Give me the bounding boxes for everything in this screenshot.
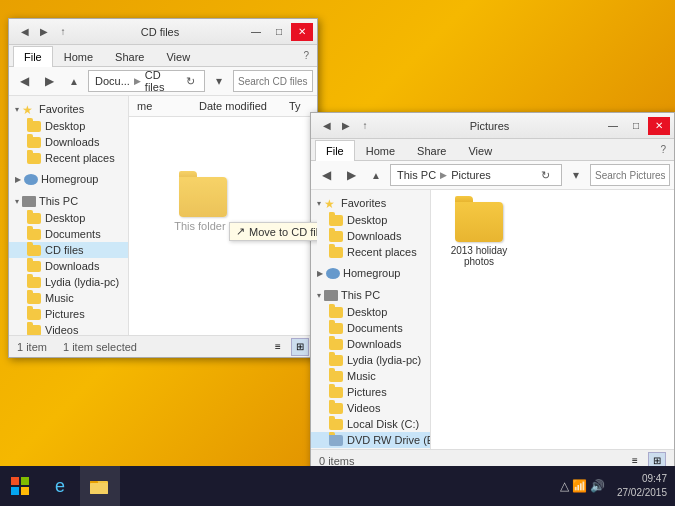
pictures-dvd-label: DVD RW Drive (E:) bbox=[347, 434, 430, 446]
lydia-label: Lydia (lydia-pc) bbox=[45, 276, 119, 288]
statusbar: 1 item 1 item selected ≡ ⊞ bbox=[9, 335, 317, 357]
pictures-sidebar-dvd[interactable]: DVD RW Drive (E:) bbox=[311, 432, 430, 448]
back-icon[interactable]: ◀ bbox=[17, 24, 33, 40]
pictures-forward-nav-button[interactable]: ▶ bbox=[340, 164, 362, 186]
tab-view[interactable]: View bbox=[155, 46, 201, 67]
homegroup-header[interactable]: ▶ Homegroup bbox=[9, 170, 128, 188]
favorites-header[interactable]: ▾ ★ Favorites bbox=[9, 100, 128, 118]
pictures-sidebar-lydia[interactable]: Lydia (lydia-pc) bbox=[311, 352, 430, 368]
ie-icon[interactable]: e bbox=[40, 466, 80, 506]
folder-item-holiday[interactable]: 2013 holiday photos bbox=[439, 198, 519, 271]
pictures-maximize-button[interactable]: □ bbox=[625, 117, 647, 135]
svg-rect-1 bbox=[21, 477, 29, 485]
videos-label: Videos bbox=[45, 324, 78, 335]
cd-files-window: ◀ ▶ ↑ CD files — □ ✕ File Home Share Vie… bbox=[8, 18, 318, 358]
pictures-documents-label: Documents bbox=[347, 322, 403, 334]
pictures-favorites-header[interactable]: ▾ ★ Favorites bbox=[311, 194, 430, 212]
maximize-button[interactable]: □ bbox=[268, 23, 290, 41]
sidebar-item-recent[interactable]: Recent places bbox=[9, 150, 128, 166]
pictures-dropdown-button[interactable]: ▾ bbox=[565, 164, 587, 186]
pictures-homegroup-header[interactable]: ▶ Homegroup bbox=[311, 264, 430, 282]
pictures-ribbon-tabs: File Home Share View ? bbox=[311, 139, 674, 161]
pictures-up-icon[interactable]: ↑ bbox=[357, 118, 373, 134]
pictures-recent-icon bbox=[329, 247, 343, 258]
pictures-sidebar-music[interactable]: Music bbox=[311, 368, 430, 384]
dragging-folder[interactable] bbox=[179, 177, 227, 217]
pictures-sidebar-localdisk[interactable]: Local Disk (C:) bbox=[311, 416, 430, 432]
start-button[interactable] bbox=[0, 466, 40, 506]
pictures-sidebar-desktop[interactable]: Desktop bbox=[311, 212, 430, 228]
pictures-recent-label: Recent places bbox=[347, 246, 417, 258]
taskbar-right: △ 📶 🔊 09:47 27/02/2015 bbox=[560, 472, 675, 500]
address-bar[interactable]: Docu... ▶ CD files ↻ bbox=[88, 70, 205, 92]
tab-share[interactable]: Share bbox=[104, 46, 155, 67]
sidebar-item-documents[interactable]: Documents bbox=[9, 226, 128, 242]
sidebar-item-downloads[interactable]: Downloads bbox=[9, 134, 128, 150]
pictures-downloads-icon bbox=[329, 231, 343, 242]
forward-nav-button[interactable]: ▶ bbox=[38, 70, 60, 92]
path-chevron: ▶ bbox=[134, 76, 141, 86]
sidebar-item-music[interactable]: Music bbox=[9, 290, 128, 306]
sidebar-item-videos[interactable]: Videos bbox=[9, 322, 128, 335]
close-button[interactable]: ✕ bbox=[291, 23, 313, 41]
pictures-pictures-icon bbox=[329, 387, 343, 398]
pictures-up-nav-button[interactable]: ▲ bbox=[365, 164, 387, 186]
pictures-minimize-button[interactable]: — bbox=[602, 117, 624, 135]
pictures-sidebar: ▾ ★ Favorites Desktop Downloads Recent p… bbox=[311, 190, 431, 449]
sidebar-item-pictures[interactable]: Pictures bbox=[9, 306, 128, 322]
view-grid-button[interactable]: ⊞ bbox=[291, 338, 309, 356]
pictures-sidebar-downloads2[interactable]: Downloads bbox=[311, 336, 430, 352]
sidebar-item-cdfiles[interactable]: CD files bbox=[9, 242, 128, 258]
pictures-sidebar-videos[interactable]: Videos bbox=[311, 400, 430, 416]
pictures-forward-icon[interactable]: ▶ bbox=[338, 118, 354, 134]
pictures-main-content: 2013 holiday photos bbox=[431, 190, 674, 449]
dropdown-button[interactable]: ▾ bbox=[208, 70, 230, 92]
pictures-sidebar-downloads[interactable]: Downloads bbox=[311, 228, 430, 244]
back-nav-button[interactable]: ◀ bbox=[13, 70, 35, 92]
pictures-sidebar-pictures[interactable]: Pictures bbox=[311, 384, 430, 400]
pictures-thispc-header[interactable]: ▾ This PC bbox=[311, 286, 430, 304]
sidebar-item-desktop-pc[interactable]: Desktop bbox=[9, 210, 128, 226]
sidebar-item-lydia[interactable]: Lydia (lydia-pc) bbox=[9, 274, 128, 290]
minimize-button[interactable]: — bbox=[245, 23, 267, 41]
pictures-localdisk-label: Local Disk (C:) bbox=[347, 418, 419, 430]
pictures-tab-file[interactable]: File bbox=[315, 140, 355, 161]
pictures-back-icon[interactable]: ◀ bbox=[319, 118, 335, 134]
pictures-downloads2-label: Downloads bbox=[347, 338, 401, 350]
favorites-section: ▾ ★ Favorites Desktop Downloads Recent p… bbox=[9, 100, 128, 166]
pictures-tab-share[interactable]: Share bbox=[406, 140, 457, 161]
documents-label: Documents bbox=[45, 228, 101, 240]
pictures-back-nav-button[interactable]: ◀ bbox=[315, 164, 337, 186]
pictures-sidebar-documents[interactable]: Documents bbox=[311, 320, 430, 336]
ribbon-tabs: File Home Share View ? bbox=[9, 45, 317, 67]
pictures-sidebar-recent[interactable]: Recent places bbox=[311, 244, 430, 260]
pictures-titlebar: ◀ ▶ ↑ Pictures — □ ✕ bbox=[311, 113, 674, 139]
pictures-sidebar-desktop-pc[interactable]: Desktop bbox=[311, 304, 430, 320]
thispc-header[interactable]: ▾ This PC bbox=[9, 192, 128, 210]
pictures-favorites-label: Favorites bbox=[341, 197, 386, 209]
pictures-close-button[interactable]: ✕ bbox=[648, 117, 670, 135]
refresh-button[interactable]: ↻ bbox=[182, 71, 198, 91]
window-controls: — □ ✕ bbox=[245, 23, 313, 41]
tab-home[interactable]: Home bbox=[53, 46, 104, 67]
pictures-desktop-icon bbox=[329, 215, 343, 226]
pictures-lydia-icon bbox=[329, 355, 343, 366]
up-nav-button[interactable]: ▲ bbox=[63, 70, 85, 92]
pictures-search-input[interactable] bbox=[590, 164, 670, 186]
tab-file[interactable]: File bbox=[13, 46, 53, 67]
pictures-address-bar[interactable]: This PC ▶ Pictures ↻ bbox=[390, 164, 562, 186]
pictures-tab-home[interactable]: Home bbox=[355, 140, 406, 161]
svg-rect-6 bbox=[90, 483, 108, 494]
pictures-desktop-pc-label: Desktop bbox=[347, 306, 387, 318]
sidebar-item-downloads2[interactable]: Downloads bbox=[9, 258, 128, 274]
pictures-tab-view[interactable]: View bbox=[457, 140, 503, 161]
view-list-button[interactable]: ≡ bbox=[269, 338, 287, 356]
favorites-icon: ★ bbox=[22, 104, 36, 115]
sidebar-item-desktop[interactable]: Desktop bbox=[9, 118, 128, 134]
search-input[interactable] bbox=[233, 70, 313, 92]
forward-icon[interactable]: ▶ bbox=[36, 24, 52, 40]
item-count: 1 item bbox=[17, 341, 47, 353]
file-explorer-taskbar-icon[interactable] bbox=[80, 466, 120, 506]
up-icon[interactable]: ↑ bbox=[55, 24, 71, 40]
pictures-refresh-button[interactable]: ↻ bbox=[535, 165, 555, 185]
